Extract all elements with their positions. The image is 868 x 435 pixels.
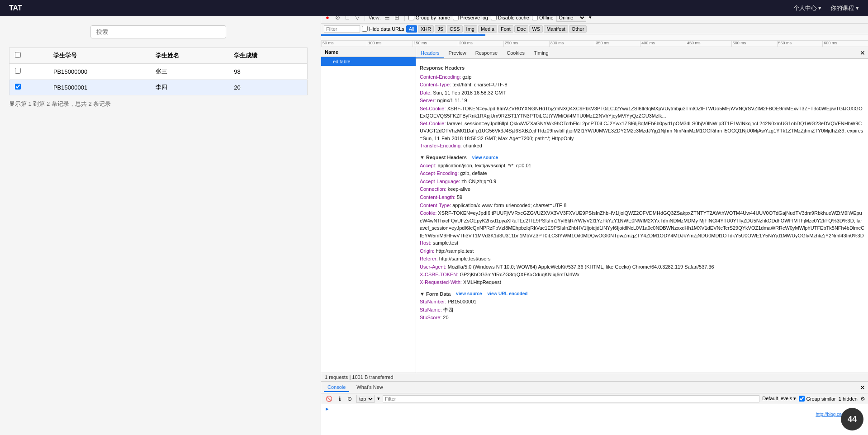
timeline-marker: 300 ms — [549, 41, 564, 47]
request-item-name: editable — [333, 59, 351, 64]
nav-courses[interactable]: 你的课程 ▾ — [830, 4, 859, 12]
request-item-editable[interactable]: editable — [321, 57, 416, 66]
filter-type-css[interactable]: CSS — [447, 25, 463, 33]
header-content-type: Content-Type: text/html; charset=UTF-8 — [420, 81, 864, 89]
details-tab-timing[interactable]: Timing — [529, 48, 553, 58]
details-tabs: Headers Preview Response Cookies Timing … — [416, 47, 868, 59]
filter-type-font[interactable]: Font — [498, 25, 513, 33]
details-tab-headers[interactable]: Headers — [416, 48, 444, 58]
filter-type-other[interactable]: Other — [569, 25, 587, 33]
timeline-marker: 400 ms — [640, 41, 655, 47]
filter-types: AllXHRJSCSSImgMediaFontDocWSManifestOthe… — [406, 25, 587, 33]
filter-type-img[interactable]: Img — [464, 25, 477, 33]
requests-list: Name editable — [321, 47, 416, 117]
timeline-marker: 150 ms — [413, 41, 427, 47]
details-close-icon[interactable]: ✕ — [857, 47, 868, 58]
filter-type-manifest[interactable]: Manifest — [544, 25, 568, 33]
name-col-header: Name — [325, 49, 338, 55]
devtools-panel: ⬚ 📱 Elements Console Sources Network Per… — [321, 0, 868, 117]
timeline-marker: 50 ms — [321, 41, 334, 47]
search-input[interactable] — [90, 25, 226, 38]
timeline-markers: 50 ms100 ms150 ms200 ms250 ms300 ms350 m… — [321, 41, 868, 47]
student-table: 学生学号 学生姓名 学生成绩 PB15000000 张三 98 PB150000… — [9, 47, 308, 95]
timeline-marker: 100 ms — [367, 41, 382, 47]
headers-content: Response Headers Content-Encoding: gzip … — [416, 59, 868, 117]
search-container — [9, 25, 308, 38]
filter-type-ws[interactable]: WS — [529, 25, 543, 33]
details-tab-cookies[interactable]: Cookies — [502, 48, 529, 58]
header-date: Date: Sun, 11 Feb 2018 16:58:32 GMT — [420, 89, 864, 97]
row-student-id: PB15000000 — [48, 64, 150, 80]
table-header-row: 学生学号 学生姓名 学生成绩 — [9, 48, 308, 64]
table-row: PB15000001 李四 20 — [9, 80, 308, 95]
filter-type-media[interactable]: Media — [478, 25, 497, 33]
nav-links: 个人中心 ▾ 你的课程 ▾ — [793, 4, 859, 12]
timeline-marker: 450 ms — [686, 41, 701, 47]
row-student-score: 98 — [228, 64, 307, 80]
row-checkbox[interactable] — [15, 68, 21, 74]
row-checkbox[interactable] — [15, 84, 21, 90]
request-item-icon — [325, 59, 330, 64]
header-server: Server: nginx/1.11.19 — [420, 97, 864, 105]
table-footer: 显示第 1 到第 2 条记录，总共 2 条记录 — [9, 100, 308, 108]
network-table-area: Name editable Headers Preview Response C… — [321, 47, 868, 117]
header-set-cookie1: Set-Cookie: XSRF-TOKEN=eyJpdI6ImVZVR0YXN… — [420, 105, 864, 117]
timeline-bar — [321, 34, 868, 41]
timeline-blue-bar — [321, 34, 485, 36]
col-student-score: 学生成绩 — [228, 48, 307, 64]
col-student-id: 学生学号 — [48, 48, 150, 64]
brand-logo: TAT — [9, 4, 22, 12]
filter-type-all[interactable]: All — [406, 25, 417, 33]
hide-data-urls-checkbox[interactable] — [362, 26, 368, 32]
nav-personal-center[interactable]: 个人中心 ▾ — [793, 4, 822, 12]
timeline-marker: 250 ms — [503, 41, 518, 47]
main-content: 学生学号 学生姓名 学生成绩 PB15000000 张三 98 PB150000… — [0, 16, 317, 117]
header-content-encoding: Content-Encoding: gzip — [420, 73, 864, 81]
table-row: PB15000000 张三 98 — [9, 64, 308, 80]
filter-type-js[interactable]: JS — [435, 25, 446, 33]
row-student-score: 20 — [228, 80, 307, 95]
details-tab-preview[interactable]: Preview — [444, 48, 471, 58]
request-details: Headers Preview Response Cookies Timing … — [416, 47, 868, 117]
filter-row: Hide data URLs AllXHRJSCSSImgMediaFontDo… — [321, 24, 868, 34]
response-headers-title: Response Headers — [420, 64, 864, 72]
filter-type-xhr[interactable]: XHR — [418, 25, 434, 33]
hide-data-urls-label: Hide data URLs — [362, 26, 404, 32]
timeline-marker: 200 ms — [458, 41, 473, 47]
timeline-marker: 350 ms — [595, 41, 610, 47]
requests-header: Name — [321, 47, 416, 57]
select-all-checkbox[interactable] — [15, 52, 21, 58]
row-student-name: 张三 — [150, 64, 228, 80]
row-checkbox-cell — [9, 64, 48, 80]
col-student-name: 学生姓名 — [150, 48, 228, 64]
timeline-marker: 550 ms — [777, 41, 792, 47]
top-navbar: TAT 个人中心 ▾ 你的课程 ▾ — [0, 0, 868, 16]
col-checkbox — [9, 48, 48, 64]
row-student-id: PB15000001 — [48, 80, 150, 95]
details-tab-response[interactable]: Response — [471, 48, 503, 58]
filter-input[interactable] — [324, 25, 360, 33]
timeline-marker: 500 ms — [731, 41, 746, 47]
row-student-name: 李四 — [150, 80, 228, 95]
row-checkbox-cell — [9, 80, 48, 95]
filter-type-doc[interactable]: Doc — [514, 25, 529, 33]
timeline-marker: 600 ms — [822, 41, 837, 47]
